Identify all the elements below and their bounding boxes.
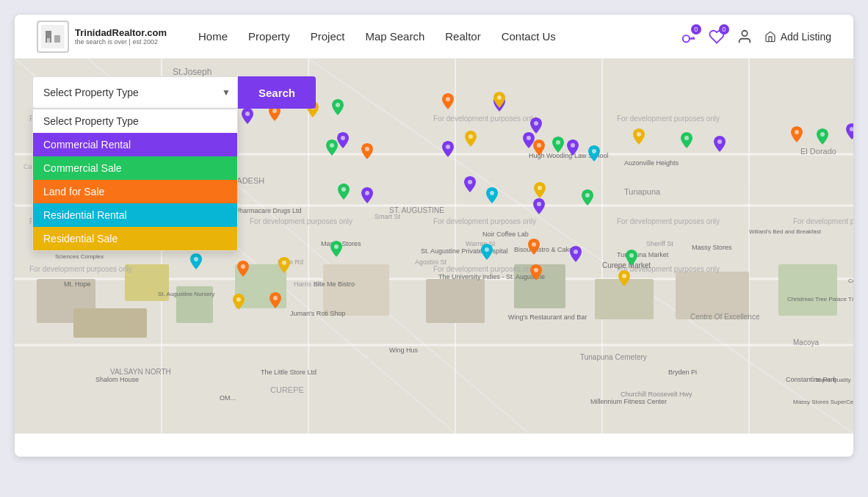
nav-realtor[interactable]: Realtor	[445, 30, 480, 43]
logo-subtitle: the search is over | est 2002	[75, 38, 167, 46]
map-pin[interactable]	[361, 143, 373, 162]
map-pin[interactable]	[493, 92, 505, 111]
map-pin[interactable]	[552, 137, 564, 156]
logo: TrinidadRealtor.com the search is over |…	[37, 21, 169, 53]
map-pin[interactable]	[233, 294, 245, 313]
map-pin[interactable]	[486, 187, 498, 206]
map-pin[interactable]	[337, 132, 349, 151]
property-type-select[interactable]: Select Property TypeCommercial RentalCom…	[32, 76, 238, 109]
dropdown-item-residential-rental[interactable]: Residential Rental	[33, 203, 237, 227]
svg-text:St. Augustine Nursery: St. Augustine Nursery	[158, 291, 214, 297]
footer-strip	[15, 433, 853, 457]
svg-rect-2	[54, 35, 60, 43]
property-select-wrapper: Select Property TypeCommercial RentalCom…	[32, 76, 238, 109]
svg-text:For development purposes only: For development purposes only	[433, 217, 536, 225]
svg-text:Agostini St: Agostini St	[415, 258, 447, 266]
map-pin[interactable]	[442, 141, 454, 160]
svg-rect-3	[47, 38, 50, 43]
map-pin[interactable]	[846, 123, 853, 142]
add-listing-label: Add Listing	[781, 31, 831, 43]
svg-text:Harris St: Harris St	[294, 280, 320, 288]
map-pin[interactable]	[270, 292, 281, 311]
map-pin[interactable]	[567, 139, 579, 159]
svg-rect-22	[73, 308, 147, 338]
map-pin[interactable]	[530, 264, 542, 283]
favorites-button[interactable]: 0	[709, 29, 725, 45]
map-pin[interactable]	[242, 108, 253, 127]
map-pin[interactable]	[464, 176, 476, 195]
map-pin[interactable]	[528, 239, 540, 258]
svg-point-108	[537, 143, 541, 148]
navbar: TrinidadRealtor.com the search is over |…	[15, 15, 853, 59]
map-pin[interactable]	[326, 139, 338, 159]
svg-point-113	[684, 136, 689, 140]
svg-text:For development purposes only: For development purposes only	[793, 217, 853, 225]
dropdown-item-default[interactable]: Select Property Type	[33, 109, 237, 133]
svg-point-101	[534, 121, 538, 126]
search-button[interactable]: Search	[238, 76, 316, 109]
nav-right: 0 0	[681, 29, 831, 45]
svg-point-112	[637, 132, 641, 137]
svg-point-138	[273, 296, 278, 300]
nav-project[interactable]: Project	[311, 30, 345, 43]
svg-point-111	[592, 149, 596, 153]
map-area: BANGLADESH Tunapuna El Dorado VALSAYN NO…	[15, 59, 853, 433]
logo-icon	[37, 21, 69, 53]
add-listing-button[interactable]: Add Listing	[764, 31, 831, 43]
svg-text:Massy Stores: Massy Stores	[692, 244, 732, 251]
map-pin[interactable]	[533, 139, 545, 159]
svg-rect-25	[323, 264, 389, 316]
svg-text:Shalom House: Shalom House	[95, 376, 139, 383]
map-pin[interactable]	[330, 241, 342, 260]
map-pin[interactable]	[626, 250, 637, 269]
svg-point-134	[574, 250, 578, 254]
svg-point-97	[336, 103, 340, 107]
map-pin[interactable]	[338, 184, 350, 203]
map-pin[interactable]	[481, 244, 493, 263]
map-pin[interactable]	[588, 145, 600, 164]
key-button[interactable]: 0	[681, 29, 697, 45]
map-pin[interactable]	[332, 99, 344, 118]
map-pin[interactable]	[190, 253, 202, 272]
dropdown-item-residential-sale[interactable]: Residential Sale	[33, 227, 237, 250]
map-pin[interactable]	[533, 198, 545, 217]
map-pin[interactable]	[361, 187, 373, 206]
map-pin[interactable]	[570, 246, 582, 265]
map-pin[interactable]	[465, 131, 477, 150]
svg-text:Christmas Tree Palace T&T: Christmas Tree Palace T&T	[787, 296, 853, 302]
svg-text:Tunapuna Market: Tunapuna Market	[617, 251, 669, 258]
map-pin[interactable]	[714, 136, 726, 155]
map-pin[interactable]	[582, 189, 593, 208]
nav-property[interactable]: Property	[248, 30, 290, 43]
dropdown-item-land-for-sale[interactable]: Land for Sale	[33, 180, 237, 203]
nav-map-search[interactable]: Map Search	[365, 30, 424, 43]
svg-point-103	[341, 136, 345, 140]
svg-point-131	[485, 247, 489, 252]
svg-text:Bite Me Bistro: Bite Me Bistro	[314, 280, 355, 288]
map-pin[interactable]	[817, 128, 828, 148]
map-pin[interactable]	[791, 126, 803, 145]
map-pin[interactable]	[633, 128, 645, 148]
svg-text:Tunapuna: Tunapuna	[624, 187, 661, 196]
nav-home[interactable]: Home	[198, 30, 228, 43]
key-badge: 0	[691, 24, 701, 35]
map-pin[interactable]	[442, 93, 454, 112]
svg-point-133	[534, 268, 538, 272]
svg-point-135	[629, 253, 634, 258]
nav-contact[interactable]: Contact Us	[502, 30, 556, 43]
map-pin[interactable]	[278, 257, 290, 276]
svg-text:Bisou Bistro & Cakery: Bisou Bistro & Cakery	[514, 246, 579, 253]
map-pin[interactable]	[681, 132, 692, 151]
user-button[interactable]	[737, 29, 753, 45]
svg-text:Auzonville Heights: Auzonville Heights	[624, 159, 679, 167]
map-pin[interactable]	[237, 261, 249, 280]
svg-point-127	[194, 257, 198, 261]
svg-text:Tunapuna Cemetery: Tunapuna Cemetery	[580, 353, 647, 361]
dropdown-item-commercial-sale[interactable]: Commercial Sale	[33, 156, 237, 180]
dropdown-item-commercial-rental[interactable]: Commercial Rental	[33, 133, 237, 156]
svg-text:Centre Of Excellence: Centre Of Excellence	[690, 313, 760, 321]
logo-text-area: TrinidadRealtor.com the search is over |…	[75, 27, 167, 46]
map-pin[interactable]	[618, 270, 630, 289]
svg-text:St.Joseph: St.Joseph	[173, 67, 211, 77]
svg-point-123	[537, 202, 541, 206]
